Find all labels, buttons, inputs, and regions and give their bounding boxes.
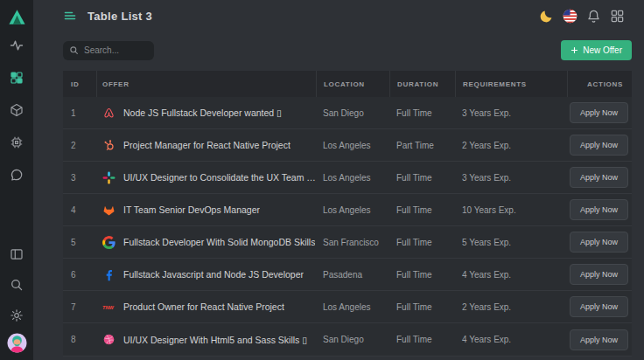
offer-title: UI/UX Designer to Consolidate the UX Tea… <box>123 172 316 183</box>
sidebar-item-dashboard[interactable] <box>10 71 24 85</box>
row-duration: Full Time <box>389 302 455 312</box>
row-duration: Part Time <box>389 141 455 150</box>
row-location: Los Angeles <box>316 205 389 215</box>
sidebar-nav-bottom <box>10 247 24 322</box>
apply-now-button[interactable]: Apply Now <box>570 199 628 220</box>
sidebar-item-components[interactable] <box>10 103 24 117</box>
row-duration: Full Time <box>389 205 455 215</box>
table-row: 7 TNW Product Owner for React Native Pro… <box>63 291 632 323</box>
topbar: Table List 3 <box>33 0 644 31</box>
row-location: Pasadena <box>316 270 389 280</box>
gitlab-icon <box>102 203 116 217</box>
dribbble-icon <box>102 333 116 347</box>
menu-toggle-icon[interactable] <box>63 9 77 23</box>
apply-now-button[interactable]: Apply Now <box>570 135 628 156</box>
offer-title: Node JS Fullstack Developer wanted ▯ <box>123 107 282 118</box>
facebook-icon <box>102 267 116 281</box>
row-requirements: 4 Years Exp. <box>455 270 567 280</box>
main-area: Table List 3 New Offer ID OFFER LOCAT <box>33 0 644 360</box>
moon-icon[interactable] <box>539 9 554 24</box>
apply-now-button[interactable]: Apply Now <box>570 102 628 123</box>
table-row: 6 Fullstack Javascript and Node JS Devel… <box>63 259 632 291</box>
sidebar-item-activity[interactable] <box>10 38 24 52</box>
us-flag-icon[interactable] <box>563 9 578 24</box>
search-box[interactable] <box>63 41 154 60</box>
table-header: ID OFFER LOCATION DURATION REQUIREMENTS … <box>63 71 632 97</box>
table-row: 5 Fullstack Developer With Solid MongoDB… <box>63 226 632 259</box>
page-title: Table List 3 <box>88 10 152 23</box>
row-duration: Full Time <box>389 335 455 344</box>
offer-title: Product Owner for React Native Project <box>123 301 284 312</box>
sidebar <box>0 0 33 360</box>
search-input[interactable] <box>84 45 148 55</box>
sidebar-item-search[interactable] <box>10 278 24 292</box>
offer-title: Fullstack Developer With Solid MongoDB S… <box>123 237 315 247</box>
row-duration: Full Time <box>389 270 455 280</box>
new-offer-label: New Offer <box>583 45 622 55</box>
row-location: San Diego <box>316 108 389 118</box>
row-id: 3 <box>63 173 96 183</box>
table-row: 8 UI/UX Designer With Html5 and Sass Ski… <box>63 323 632 356</box>
row-requirements: 3 Years Exp. <box>455 173 567 183</box>
col-header-duration: DURATION <box>389 71 455 97</box>
row-location: Los Angeles <box>316 141 389 150</box>
row-id: 5 <box>63 238 96 247</box>
apply-now-button[interactable]: Apply Now <box>570 167 628 188</box>
row-duration: Full Time <box>389 238 455 247</box>
offer-title: IT Team Senior DevOps Manager <box>123 204 260 215</box>
row-requirements: 5 Years Exp. <box>455 238 567 247</box>
apply-now-button[interactable]: Apply Now <box>570 232 628 253</box>
svg-text:TNW: TNW <box>102 304 114 309</box>
row-requirements: 2 Years Exp. <box>455 141 567 150</box>
row-requirements: 3 Years Exp. <box>455 108 567 118</box>
google-icon <box>102 235 116 249</box>
row-id: 8 <box>63 335 96 344</box>
row-location: Los Angeles <box>316 302 389 312</box>
row-duration: Full Time <box>389 173 455 183</box>
apply-now-button[interactable]: Apply Now <box>570 296 628 317</box>
apps-icon[interactable] <box>610 9 625 24</box>
col-header-requirements: REQUIREMENTS <box>455 71 567 97</box>
row-requirements: 4 Years Exp. <box>455 335 567 344</box>
apply-now-button[interactable]: Apply Now <box>570 264 628 285</box>
plus-icon <box>570 46 578 54</box>
sidebar-nav-top <box>10 38 24 182</box>
col-header-id: ID <box>63 71 96 97</box>
table-row: 3 UI/UX Designer to Consolidate the UX T… <box>63 162 632 194</box>
row-location: San Diego <box>316 335 389 344</box>
search-icon <box>69 45 79 55</box>
table-body: 1 Node JS Fullstack Developer wanted ▯ S… <box>63 97 632 356</box>
toolbar: New Offer <box>33 31 644 71</box>
app-logo-icon <box>7 7 27 27</box>
table-row: 2 Project Manager for React Native Proje… <box>63 129 632 162</box>
offers-table: ID OFFER LOCATION DURATION REQUIREMENTS … <box>63 71 632 357</box>
user-avatar[interactable] <box>7 333 27 353</box>
offer-title: UI/UX Designer With Html5 and Sass Skill… <box>123 335 307 345</box>
sidebar-item-chat[interactable] <box>10 168 24 182</box>
col-header-offer: OFFER <box>96 71 316 97</box>
bell-icon[interactable] <box>586 9 601 24</box>
row-id: 4 <box>63 205 96 215</box>
row-id: 7 <box>63 302 96 312</box>
row-duration: Full Time <box>389 108 455 118</box>
sidebar-item-system[interactable] <box>10 135 24 149</box>
row-location: Los Angeles <box>316 173 389 183</box>
slack-icon <box>102 170 116 184</box>
airbnb-icon <box>102 106 116 120</box>
apply-now-button[interactable]: Apply Now <box>570 329 628 350</box>
sidebar-item-layout[interactable] <box>10 247 24 261</box>
topbar-icons <box>539 9 625 24</box>
sidebar-item-settings[interactable] <box>10 308 24 322</box>
offer-title: Fullstack Javascript and Node JS Develop… <box>123 269 304 280</box>
new-offer-button[interactable]: New Offer <box>561 40 632 60</box>
tnw-icon: TNW <box>102 300 116 314</box>
row-requirements: 2 Years Exp. <box>455 302 567 312</box>
table-row: 1 Node JS Fullstack Developer wanted ▯ S… <box>63 97 632 129</box>
row-id: 1 <box>63 108 96 118</box>
col-header-location: LOCATION <box>316 71 389 97</box>
row-requirements: 10 Years Exp. <box>455 205 567 215</box>
row-id: 2 <box>63 141 96 150</box>
row-id: 6 <box>63 270 96 280</box>
hubspot-icon <box>102 138 116 152</box>
app-root: Table List 3 New Offer ID OFFER LOCAT <box>0 0 644 360</box>
